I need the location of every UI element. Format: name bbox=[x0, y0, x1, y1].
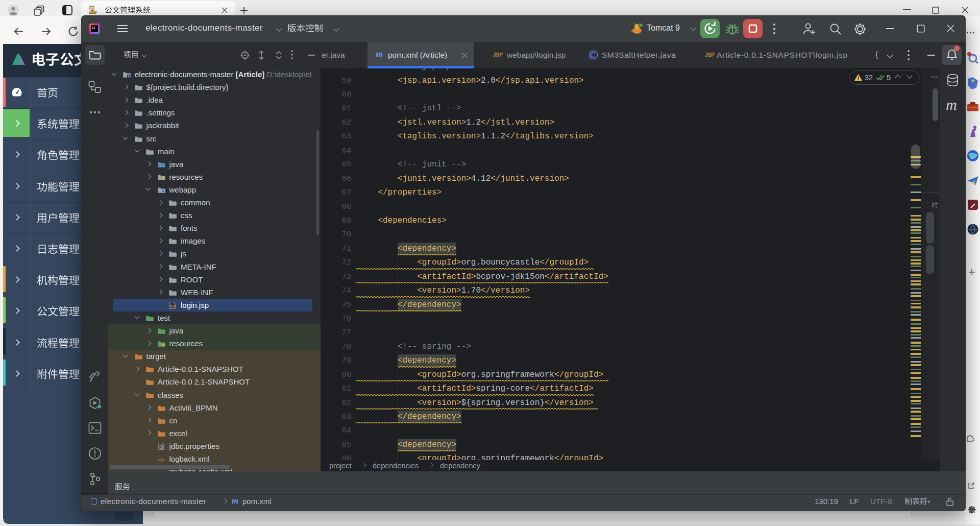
svg-text:JSP: JSP bbox=[169, 304, 176, 308]
svg-text:</>: </> bbox=[158, 457, 165, 463]
